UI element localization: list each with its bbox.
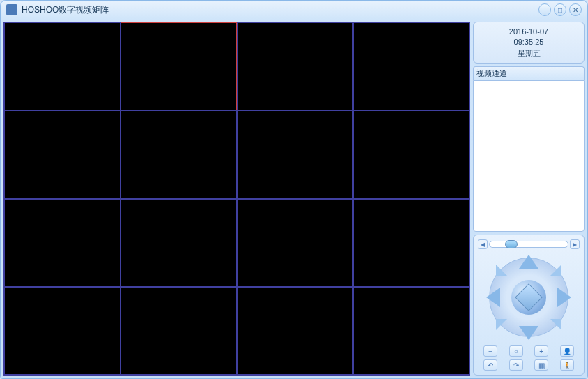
close-button[interactable]: ✕ <box>569 3 582 16</box>
titlebar[interactable]: HOSHOO数字视频矩阵 − □ ✕ <box>1 1 587 19</box>
app-window: HOSHOO数字视频矩阵 − □ ✕ 2016-10-07 09:35:25 星… <box>0 0 588 379</box>
video-grid <box>3 22 470 376</box>
ptz-panel: ◀ ▶ <box>473 235 585 376</box>
app-icon <box>6 4 17 15</box>
video-cell[interactable] <box>121 287 237 375</box>
video-cell[interactable] <box>353 287 469 375</box>
slider-thumb[interactable] <box>505 240 518 248</box>
ptz-down-left-button[interactable] <box>496 319 507 330</box>
walk-button[interactable]: 🚶 <box>560 359 574 371</box>
video-cell[interactable] <box>121 22 237 110</box>
clock-time: 09:35:25 <box>478 37 580 47</box>
video-cell[interactable] <box>121 110 237 198</box>
ptz-control <box>483 252 574 343</box>
diamond-icon <box>515 283 543 311</box>
auto-button[interactable]: ▦ <box>534 359 548 371</box>
speed-slider[interactable] <box>489 241 568 248</box>
video-cell[interactable] <box>121 199 237 287</box>
video-cell[interactable] <box>353 199 469 287</box>
video-cell[interactable] <box>237 110 354 198</box>
video-cell[interactable] <box>4 199 121 287</box>
func-row: ↶ ↷ ▦ 🚶 <box>478 359 580 371</box>
zoom-row: − ○ + 👤 <box>478 345 580 357</box>
rotate-left-button[interactable]: ↶ <box>483 359 497 371</box>
clock-weekday: 星期五 <box>478 48 580 59</box>
video-cell[interactable] <box>4 110 121 198</box>
person-button[interactable]: 👤 <box>560 345 574 357</box>
clock-panel: 2016-10-07 09:35:25 星期五 <box>473 22 585 64</box>
video-cell[interactable] <box>4 287 121 375</box>
ptz-down-right-button[interactable] <box>550 319 561 330</box>
video-cell[interactable] <box>353 22 469 110</box>
ptz-left-button[interactable] <box>486 288 500 307</box>
ptz-down-button[interactable] <box>519 326 538 340</box>
ptz-up-right-button[interactable] <box>550 265 561 276</box>
side-panel: 2016-10-07 09:35:25 星期五 视频通道 ◀ ▶ <box>473 22 585 376</box>
channel-panel: 视频通道 <box>473 66 585 232</box>
zoom-reset-button[interactable]: ○ <box>509 345 523 357</box>
ptz-right-button[interactable] <box>557 288 571 307</box>
video-cell[interactable] <box>4 22 121 110</box>
ptz-up-button[interactable] <box>519 255 538 269</box>
maximize-button[interactable]: □ <box>554 3 566 16</box>
minimize-button[interactable]: − <box>538 3 551 16</box>
video-cell[interactable] <box>353 110 469 198</box>
zoom-out-button[interactable]: − <box>483 345 497 357</box>
channel-list[interactable] <box>473 80 585 232</box>
content-area: 2016-10-07 09:35:25 星期五 视频通道 ◀ ▶ <box>1 19 587 378</box>
slider-right-icon[interactable]: ▶ <box>570 239 580 249</box>
ptz-up-left-button[interactable] <box>496 265 507 276</box>
video-cell[interactable] <box>237 287 354 375</box>
window-controls: − □ ✕ <box>538 3 582 16</box>
video-cell[interactable] <box>237 22 354 110</box>
clock-date: 2016-10-07 <box>478 27 580 37</box>
speed-slider-row: ◀ ▶ <box>478 239 580 249</box>
zoom-in-button[interactable]: + <box>534 345 548 357</box>
ptz-center-button[interactable] <box>511 280 546 315</box>
window-title: HOSHOO数字视频矩阵 <box>22 4 538 16</box>
rotate-right-button[interactable]: ↷ <box>509 359 523 371</box>
video-cell[interactable] <box>237 199 354 287</box>
slider-left-icon[interactable]: ◀ <box>478 239 488 249</box>
channel-header: 视频通道 <box>473 66 585 80</box>
